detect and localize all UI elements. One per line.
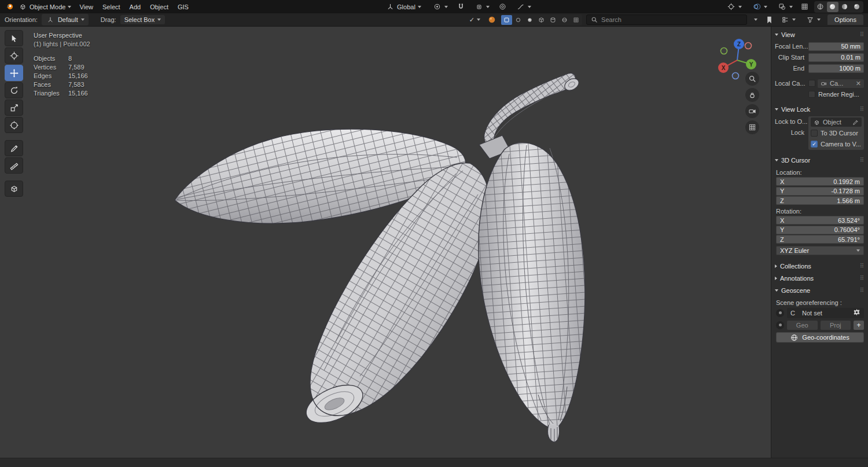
- orientation-default-dropdown[interactable]: Default: [42, 14, 89, 25]
- cursor-rotation-y-field[interactable]: Y0.76004°: [776, 226, 864, 234]
- camera-to-view-checkbox[interactable]: ✓: [811, 141, 818, 148]
- presets-dropdown[interactable]: [778, 14, 799, 25]
- clear-x-icon[interactable]: ✕: [856, 80, 861, 87]
- 3d-viewport[interactable]: User Perspective (1) lights | Point.002 …: [0, 27, 771, 458]
- drag-handle-icon[interactable]: ⠿: [860, 275, 864, 281]
- cursor-location-y-field[interactable]: Y-0.1728 m: [776, 187, 864, 196]
- mode-dropdown[interactable]: Object Mode: [15, 1, 74, 13]
- menu-select[interactable]: Select: [98, 2, 124, 12]
- drag-handle-icon[interactable]: ⠿: [860, 263, 864, 269]
- material-sphere-icon[interactable]: [487, 15, 496, 24]
- snap-vertex-button[interactable]: [513, 15, 524, 25]
- focal-length-field[interactable]: 50 mm: [808, 42, 864, 51]
- compositor-grid-icon[interactable]: [800, 2, 810, 12]
- bookmark-icon[interactable]: [764, 15, 774, 24]
- xray-dropdown[interactable]: [775, 1, 796, 13]
- viewport-canvas[interactable]: [0, 27, 771, 458]
- snap-increment-button[interactable]: [501, 15, 512, 25]
- measure-tool-button[interactable]: [5, 157, 23, 174]
- drag-handle-icon[interactable]: ⠿: [860, 287, 864, 293]
- gizmo-axis-x[interactable]: X: [718, 62, 729, 73]
- to-3d-cursor-checkbox[interactable]: [811, 130, 818, 137]
- crs-field[interactable]: C Not set: [787, 308, 864, 318]
- clip-end-field[interactable]: 1000 m: [808, 64, 864, 73]
- transform-tool-button[interactable]: [5, 117, 23, 133]
- show-overlays-dropdown[interactable]: [749, 1, 770, 13]
- section-view[interactable]: View ⠿: [775, 28, 864, 41]
- section-3d-cursor[interactable]: 3D Cursor ⠿: [775, 154, 864, 166]
- blender-logo-icon[interactable]: [5, 2, 14, 12]
- cursor-location-x-field[interactable]: X0.1992 m: [776, 177, 864, 186]
- add-cube-tool-button[interactable]: [5, 181, 23, 197]
- snap-face-button[interactable]: [536, 15, 547, 25]
- lock-to-object-field[interactable]: Object: [811, 117, 862, 127]
- shading-wireframe-button[interactable]: [815, 2, 826, 12]
- mesh-pod-right[interactable]: [479, 143, 585, 442]
- show-gizmos-dropdown[interactable]: [724, 1, 745, 13]
- gear-icon[interactable]: [853, 308, 860, 317]
- section-geoscene[interactable]: Geoscene ⠿: [775, 284, 864, 296]
- menu-object[interactable]: Object: [146, 2, 172, 12]
- gizmo-axis-y[interactable]: Y: [746, 59, 756, 69]
- menu-add[interactable]: Add: [126, 2, 145, 12]
- move-tool-button[interactable]: [5, 65, 23, 81]
- transform-orientation-dropdown[interactable]: Global: [382, 1, 424, 13]
- proportional-editing-icon[interactable]: [498, 2, 507, 12]
- cursor-tool-button[interactable]: [5, 47, 23, 64]
- snap-edge-button[interactable]: [524, 15, 535, 25]
- options-button[interactable]: Options: [827, 14, 863, 25]
- cursor-location-z-field[interactable]: Z1.566 m: [776, 196, 864, 205]
- gizmo-axis-x-negative[interactable]: [745, 43, 752, 49]
- geo-toggle-icon[interactable]: [776, 321, 784, 329]
- add-crs-button[interactable]: +: [854, 321, 864, 330]
- clip-start-field[interactable]: 0.01 m: [808, 53, 864, 62]
- gizmo-axis-y-negative[interactable]: [721, 48, 727, 54]
- drag-handle-icon[interactable]: ⠿: [860, 106, 864, 112]
- section-view-lock[interactable]: View Lock ⠿: [775, 103, 864, 115]
- search-filter-dropdown[interactable]: [751, 17, 760, 22]
- snap-settings-dropdown[interactable]: [472, 1, 492, 13]
- rotation-mode-dropdown[interactable]: XYZ Euler: [776, 246, 864, 255]
- gizmo-axis-z-negative[interactable]: [733, 73, 739, 79]
- section-collections[interactable]: Collections ⠿: [775, 260, 864, 272]
- menu-gis[interactable]: GIS: [174, 2, 193, 12]
- scale-tool-button[interactable]: [5, 100, 23, 116]
- cursor-rotation-z-field[interactable]: Z65.791°: [776, 235, 864, 244]
- section-annotations[interactable]: Annotations ⠿: [775, 272, 864, 284]
- tweak-select-tool-button[interactable]: [5, 30, 23, 46]
- annotate-tool-button[interactable]: [5, 140, 23, 156]
- shading-solid-button[interactable]: [827, 2, 838, 12]
- render-region-checkbox[interactable]: [808, 91, 815, 98]
- filter-dropdown[interactable]: [803, 14, 823, 25]
- menu-view[interactable]: View: [75, 2, 97, 12]
- drag-mode-dropdown[interactable]: Select Box: [120, 15, 165, 24]
- drag-handle-icon[interactable]: ⠿: [860, 31, 864, 38]
- crs-toggle-icon[interactable]: [776, 309, 784, 317]
- geo-coordinates-button[interactable]: Geo-coordinates: [776, 332, 864, 343]
- eyedropper-icon[interactable]: [852, 119, 859, 126]
- select-tool-dropdown[interactable]: ✓: [466, 15, 483, 25]
- falloff-dropdown[interactable]: [513, 1, 534, 13]
- zoom-icon[interactable]: [745, 72, 759, 86]
- snap-edge-center-button[interactable]: [559, 15, 570, 25]
- snap-volume-button[interactable]: [547, 15, 558, 25]
- gizmo-axis-z[interactable]: Z: [734, 39, 744, 49]
- camera-view-icon[interactable]: [745, 104, 759, 118]
- orthographic-grid-icon[interactable]: [745, 120, 759, 134]
- snap-grid-button[interactable]: [571, 15, 582, 25]
- search-input[interactable]: [601, 16, 742, 23]
- snap-magnet-icon[interactable]: [457, 2, 466, 12]
- tool-settings-bar: Orientation: Default Drag: Select Box ✓: [0, 13, 868, 27]
- geo-button[interactable]: Geo: [787, 321, 818, 330]
- pivot-point-dropdown[interactable]: [430, 1, 451, 13]
- local-camera-checkbox[interactable]: [808, 80, 815, 87]
- local-camera-field[interactable]: Ca... ✕: [818, 79, 864, 88]
- proj-button[interactable]: Proj: [821, 321, 851, 330]
- cursor-rotation-x-field[interactable]: X63.524°: [776, 216, 864, 225]
- shading-rendered-button[interactable]: [851, 2, 863, 12]
- drag-handle-icon[interactable]: ⠿: [860, 157, 864, 163]
- mesh-stem[interactable]: [484, 73, 581, 148]
- shading-material-button[interactable]: [839, 2, 851, 12]
- pan-hand-icon[interactable]: [745, 88, 759, 102]
- rotate-tool-button[interactable]: [5, 82, 23, 98]
